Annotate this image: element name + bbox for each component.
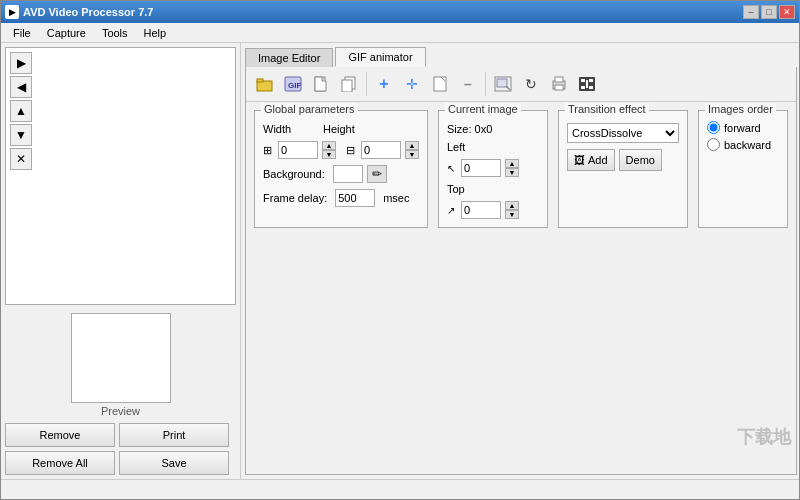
width-down[interactable]: ▼ — [322, 150, 336, 159]
height-up[interactable]: ▲ — [405, 141, 419, 150]
save-button[interactable]: Save — [119, 451, 229, 475]
forward-radio-row: forward — [707, 121, 779, 134]
left-icon: ↖ — [447, 163, 455, 174]
top-icon: ↗ — [447, 205, 455, 216]
height-icon: ⊟ — [346, 144, 355, 157]
sidebar: ▶ ◀ ▲ ▼ ✕ — [1, 43, 241, 479]
width-input[interactable] — [278, 141, 318, 159]
print2-btn[interactable] — [546, 71, 572, 97]
images-order-group: Images order forward backward — [698, 110, 788, 228]
delete-btn[interactable]: – — [455, 71, 481, 97]
top-input-row: ↗ ▲ ▼ — [447, 201, 539, 219]
tab-image-editor[interactable]: Image Editor — [245, 48, 333, 67]
print-button[interactable]: Print — [119, 423, 229, 447]
frame-delay-label: Frame delay: — [263, 192, 327, 204]
width-spinner: ▲ ▼ — [322, 141, 336, 159]
title-controls: – □ ✕ — [743, 5, 795, 19]
image-resize-btn[interactable] — [490, 71, 516, 97]
film-btn[interactable] — [574, 71, 600, 97]
left-input[interactable] — [461, 159, 501, 177]
nav-down-arrow[interactable]: ▼ — [10, 124, 32, 146]
top-spinner: ▲ ▼ — [505, 201, 519, 219]
close-button[interactable]: ✕ — [779, 5, 795, 19]
add-transition-btn[interactable]: 🖼 Add — [567, 149, 615, 171]
nav-left-arrow[interactable]: ◀ — [10, 76, 32, 98]
open-folder-btn[interactable] — [252, 71, 278, 97]
maximize-button[interactable]: □ — [761, 5, 777, 19]
svg-rect-9 — [497, 79, 507, 87]
gif-btn[interactable]: GIF — [280, 71, 306, 97]
add-icon: 🖼 — [574, 154, 585, 166]
move-btn[interactable]: ✛ — [399, 71, 425, 97]
new-page-btn[interactable] — [427, 71, 453, 97]
sidebar-list: ▶ ◀ ▲ ▼ ✕ — [5, 47, 236, 305]
minimize-button[interactable]: – — [743, 5, 759, 19]
frame-delay-input[interactable] — [335, 189, 375, 207]
top-up[interactable]: ▲ — [505, 201, 519, 210]
menu-file[interactable]: File — [5, 25, 39, 41]
nav-right-arrow[interactable]: ▶ — [10, 52, 32, 74]
left-up[interactable]: ▲ — [505, 159, 519, 168]
demo-btn[interactable]: Demo — [619, 149, 662, 171]
title-bar-left: ▶ AVD Video Processor 7.7 — [5, 5, 153, 19]
window-title: AVD Video Processor 7.7 — [23, 6, 153, 18]
svg-rect-6 — [342, 80, 352, 92]
size-label: Size: 0x0 — [447, 123, 492, 135]
nav-up-arrow[interactable]: ▲ — [10, 100, 32, 122]
width-icon: ⊞ — [263, 144, 272, 157]
menu-help[interactable]: Help — [136, 25, 175, 41]
height-input[interactable] — [361, 141, 401, 159]
add-demo-row: 🖼 Add Demo — [567, 149, 679, 171]
menu-tools[interactable]: Tools — [94, 25, 136, 41]
main-window: ▶ AVD Video Processor 7.7 – □ ✕ File Cap… — [0, 0, 800, 500]
width-up[interactable]: ▲ — [322, 141, 336, 150]
top-input[interactable] — [461, 201, 501, 219]
sidebar-buttons: Remove Print Remove All Save — [1, 419, 240, 479]
svg-rect-11 — [555, 77, 563, 82]
tab-gif-animator[interactable]: GIF animator — [335, 47, 425, 67]
preview-label: Preview — [101, 405, 140, 417]
backward-radio[interactable] — [707, 138, 720, 151]
height-down[interactable]: ▼ — [405, 150, 419, 159]
transition-dropdown[interactable]: CrossDissolve Fade Wipe Slide None — [567, 123, 679, 143]
menu-capture[interactable]: Capture — [39, 25, 94, 41]
nav-delete-arrow[interactable]: ✕ — [10, 148, 32, 170]
background-label: Background: — [263, 168, 325, 180]
copy-btn[interactable] — [336, 71, 362, 97]
svg-rect-18 — [586, 80, 588, 88]
svg-rect-12 — [555, 85, 563, 90]
gif-panel: GIF — [245, 67, 797, 475]
msec-label: msec — [383, 192, 409, 204]
transition-group: Transition effect CrossDissolve Fade Wip… — [558, 110, 688, 228]
svg-rect-7 — [434, 77, 446, 91]
top-down[interactable]: ▼ — [505, 210, 519, 219]
remove-all-button[interactable]: Remove All — [5, 451, 115, 475]
toolbar-sep-2 — [485, 72, 486, 96]
page-btn[interactable] — [308, 71, 334, 97]
empty-area — [246, 236, 796, 474]
forward-radio[interactable] — [707, 121, 720, 134]
images-order-title: Images order — [705, 103, 776, 115]
refresh-btn[interactable]: ↻ — [518, 71, 544, 97]
transition-dropdown-row: CrossDissolve Fade Wipe Slide None — [567, 123, 679, 143]
app-icon: ▶ — [5, 5, 19, 19]
status-bar — [1, 479, 799, 499]
svg-rect-1 — [257, 79, 263, 82]
size-row: Size: 0x0 — [447, 123, 539, 135]
remove-button[interactable]: Remove — [5, 423, 115, 447]
params-area: Global parameters Width Height ⊞ ▲ ▼ — [246, 102, 796, 236]
svg-text:GIF: GIF — [288, 81, 301, 90]
global-params-group: Global parameters Width Height ⊞ ▲ ▼ — [254, 110, 428, 228]
add-cross-btn[interactable]: + — [371, 71, 397, 97]
eyedropper-btn[interactable]: ✏ — [367, 165, 387, 183]
left-spinner: ▲ ▼ — [505, 159, 519, 177]
current-image-title: Current image — [445, 103, 521, 115]
background-color-box[interactable] — [333, 165, 363, 183]
title-bar: ▶ AVD Video Processor 7.7 – □ ✕ — [1, 1, 799, 23]
left-label: Left — [447, 141, 477, 153]
preview-box — [71, 313, 171, 403]
top-label: Top — [447, 183, 477, 195]
frame-delay-row: Frame delay: msec — [263, 189, 419, 207]
left-down[interactable]: ▼ — [505, 168, 519, 177]
width-label: Width — [263, 123, 303, 135]
